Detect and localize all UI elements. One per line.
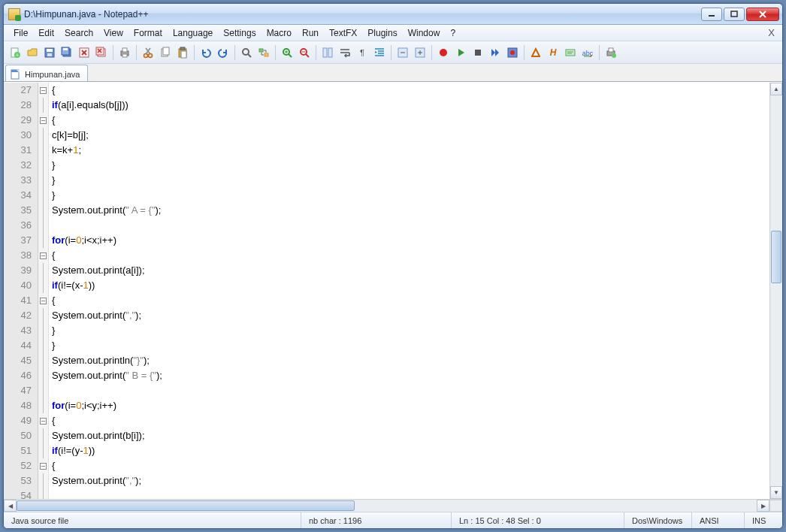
code-line[interactable]: 44} [4, 338, 769, 353]
toolbar-clear-button[interactable] [528, 44, 544, 61]
fold-gutter[interactable] [38, 263, 49, 278]
toolbar-closeall-button[interactable] [93, 44, 110, 61]
code-text[interactable]: { [49, 413, 55, 428]
fold-gutter[interactable] [38, 203, 49, 218]
code-line[interactable]: 39System.out.print(a[i]); [4, 263, 769, 278]
code-line[interactable]: 30c[k]=b[j]; [4, 128, 769, 143]
code-line[interactable]: 34} [4, 188, 769, 203]
menu-settings[interactable]: Settings [218, 26, 261, 40]
code-text[interactable]: } [49, 173, 55, 188]
scroll-up-arrow[interactable]: ▲ [770, 83, 782, 95]
code-line[interactable]: 31k=k+1; [4, 143, 769, 158]
hscroll-thumb[interactable] [17, 500, 355, 511]
fold-gutter[interactable] [38, 443, 49, 458]
menu-edit[interactable]: Edit [33, 26, 59, 40]
toolbar-copy-button[interactable] [157, 44, 174, 61]
toolbar-folding2-button[interactable] [412, 44, 428, 61]
toolbar-replace-button[interactable] [255, 44, 272, 61]
horizontal-scrollbar[interactable]: ◀ ▶ [4, 499, 782, 512]
code-line[interactable]: 32} [4, 158, 769, 173]
code-line[interactable]: 47 [4, 383, 769, 398]
code-area[interactable]: 27{28if(a[i].equals(b[j]))29{30c[k]=b[j]… [4, 83, 769, 499]
toolbar-playfast-button[interactable] [487, 44, 503, 61]
toolbar-folding1-button[interactable] [395, 44, 411, 61]
toolbar-undo-button[interactable] [198, 44, 214, 61]
code-line[interactable]: 37for(i=0;i<x;i++) [4, 233, 769, 248]
code-text[interactable]: } [49, 338, 55, 353]
toolbar-open-button[interactable] [24, 44, 41, 61]
maximize-button[interactable] [724, 8, 745, 21]
toolbar-rec-button[interactable] [435, 44, 452, 61]
toolbar-play-button[interactable] [452, 44, 469, 61]
fold-toggle-icon[interactable] [40, 418, 47, 425]
menu-textfx[interactable]: TextFX [324, 26, 362, 40]
code-text[interactable] [49, 383, 52, 398]
code-line[interactable]: 36 [4, 218, 769, 233]
code-text[interactable]: System.out.print(" A = {"); [49, 203, 161, 218]
code-text[interactable]: if(i!=(x-1)) [49, 278, 95, 293]
fold-gutter[interactable] [38, 413, 49, 428]
hscroll-track[interactable] [17, 500, 757, 512]
toolbar-indent-button[interactable] [371, 44, 388, 61]
code-line[interactable]: 45System.out.println("}"); [4, 353, 769, 368]
fold-gutter[interactable] [38, 233, 49, 248]
fold-gutter[interactable] [38, 248, 49, 263]
tab-himpunan[interactable]: Himpunan.java [5, 65, 88, 81]
code-line[interactable]: 41{ [4, 293, 769, 308]
code-text[interactable]: System.out.print(" B = {"); [49, 368, 162, 383]
menubar-close-doc[interactable]: X [765, 27, 778, 38]
code-line[interactable]: 35System.out.print(" A = {"); [4, 203, 769, 218]
code-line[interactable]: 53System.out.print(","); [4, 473, 769, 488]
code-line[interactable]: 48for(i=0;i<y;i++) [4, 398, 769, 413]
code-line[interactable]: 38{ [4, 248, 769, 263]
toolbar-cut-button[interactable] [140, 44, 156, 61]
code-line[interactable]: 43} [4, 323, 769, 338]
fold-gutter[interactable] [38, 323, 49, 338]
code-line[interactable]: 46System.out.print(" B = {"); [4, 368, 769, 383]
fold-gutter[interactable] [38, 128, 49, 143]
toolbar-find-button[interactable] [238, 44, 255, 61]
code-text[interactable]: } [49, 158, 55, 173]
code-text[interactable]: System.out.print(","); [49, 473, 141, 488]
toolbar-sync-button[interactable] [319, 44, 336, 61]
code-text[interactable]: } [49, 323, 55, 338]
toolbar-H-button[interactable]: H [545, 44, 561, 61]
code-line[interactable]: 27{ [4, 83, 769, 98]
code-line[interactable]: 33} [4, 173, 769, 188]
code-line[interactable]: 49{ [4, 413, 769, 428]
code-text[interactable]: { [49, 293, 55, 308]
fold-gutter[interactable] [38, 188, 49, 203]
fold-gutter[interactable] [38, 353, 49, 368]
toolbar-print-button[interactable] [116, 44, 133, 61]
vertical-scrollbar[interactable]: ▲ ▼ [769, 83, 782, 499]
toolbar-zoomin-button[interactable] [279, 44, 295, 61]
code-text[interactable] [49, 488, 52, 499]
toolbar-close-button[interactable] [76, 44, 92, 61]
toolbar-func-button[interactable]: abc [579, 44, 596, 61]
minimize-button[interactable] [701, 8, 722, 21]
menu-language[interactable]: Language [168, 26, 218, 40]
code-line[interactable]: 28if(a[i].equals(b[j])) [4, 98, 769, 113]
fold-gutter[interactable] [38, 308, 49, 323]
fold-gutter[interactable] [38, 158, 49, 173]
menu-file[interactable]: File [8, 26, 33, 40]
toolbar-save-button[interactable] [41, 44, 58, 61]
fold-gutter[interactable] [38, 83, 49, 98]
fold-gutter[interactable] [38, 428, 49, 443]
toolbar-paste-button[interactable] [174, 44, 191, 61]
vscroll-thumb[interactable] [771, 231, 781, 283]
code-text[interactable]: for(i=0;i<y;i++) [49, 398, 116, 413]
code-line[interactable]: 54 [4, 488, 769, 499]
scroll-right-arrow[interactable]: ▶ [757, 500, 769, 512]
scroll-left-arrow[interactable]: ◀ [4, 500, 17, 512]
fold-gutter[interactable] [38, 143, 49, 158]
fold-gutter[interactable] [38, 383, 49, 398]
fold-toggle-icon[interactable] [40, 463, 47, 470]
code-text[interactable]: System.out.print(b[i]); [49, 428, 145, 443]
menu-run[interactable]: Run [297, 26, 324, 40]
fold-gutter[interactable] [38, 398, 49, 413]
code-text[interactable]: { [49, 458, 55, 473]
code-text[interactable]: System.out.print(","); [49, 308, 141, 323]
toolbar-redo-button[interactable] [215, 44, 231, 61]
toolbar-zoomout-button[interactable] [296, 44, 313, 61]
